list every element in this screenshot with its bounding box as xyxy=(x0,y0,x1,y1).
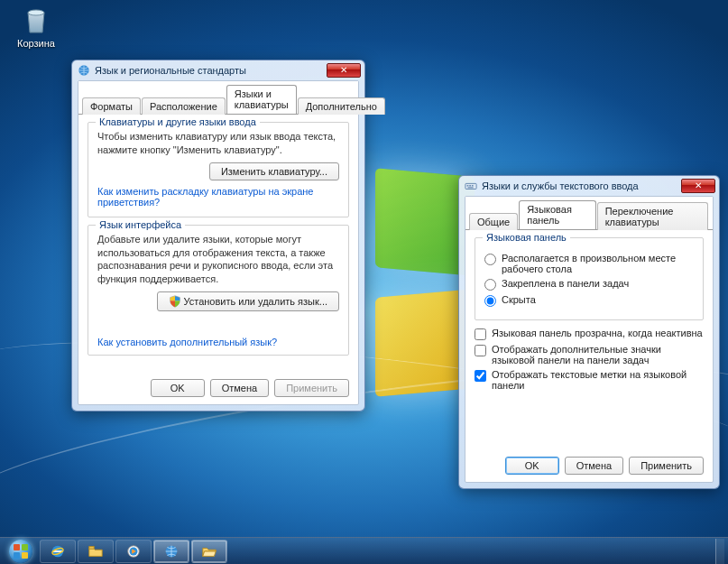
checkbox-show-additional-icons[interactable]: Отображать дополнительные значки языково… xyxy=(475,344,704,365)
window-title: Языки и службы текстового ввода xyxy=(482,180,681,191)
radio-input[interactable] xyxy=(484,279,496,291)
svg-rect-9 xyxy=(89,546,94,549)
tab-keyboard-switching[interactable]: Переключение клавиатуры xyxy=(597,202,708,230)
link-install-additional-language[interactable]: Как установить дополнительный язык? xyxy=(97,337,277,347)
svg-rect-3 xyxy=(467,185,469,186)
change-keyboard-button[interactable]: Изменить клавиатуру... xyxy=(209,162,339,180)
wmp-icon xyxy=(125,543,142,559)
taskbar-item-internet-explorer[interactable] xyxy=(40,540,76,563)
taskbar-item-open-folder[interactable] xyxy=(191,540,227,563)
checkbox-label: Отображать текстовые метки на языковой п… xyxy=(492,369,704,391)
tab-language-bar[interactable]: Языковая панель xyxy=(519,200,595,229)
close-button[interactable]: ✕ xyxy=(681,179,715,193)
window-title: Язык и региональные стандарты xyxy=(95,65,327,76)
apply-button[interactable]: Применить xyxy=(274,379,349,397)
tab-advanced[interactable]: Дополнительно xyxy=(298,97,385,115)
close-button[interactable]: ✕ xyxy=(327,63,361,78)
radio-label: Закреплена в панели задач xyxy=(502,278,629,289)
button-label: Установить или удалить язык... xyxy=(184,296,328,307)
taskbar-item-media-player[interactable] xyxy=(115,540,152,563)
checkbox-input[interactable] xyxy=(475,370,486,382)
tab-formats[interactable]: Форматы xyxy=(82,97,141,115)
checkbox-show-text-labels[interactable]: Отображать текстовые метки на языковой п… xyxy=(475,369,704,391)
window-region-language[interactable]: Язык и региональные стандарты ✕ Форматы … xyxy=(71,60,365,411)
window-text-input-services[interactable]: Языки и службы текстового ввода ✕ Общие … xyxy=(458,175,720,489)
ok-button[interactable]: OK xyxy=(505,457,559,475)
group-description: Добавьте или удалите языки, которые могу… xyxy=(97,233,339,286)
radio-floating[interactable]: Располагается в произвольном месте рабоч… xyxy=(484,253,694,274)
globe-icon xyxy=(78,64,90,77)
group-title: Языковая панель xyxy=(483,232,570,243)
titlebar[interactable]: Языки и службы текстового ввода ✕ xyxy=(459,176,719,196)
radio-input[interactable] xyxy=(484,254,496,265)
checkbox-input[interactable] xyxy=(475,345,486,356)
radio-docked-taskbar[interactable]: Закреплена в панели задач xyxy=(484,278,694,291)
taskbar[interactable] xyxy=(0,537,728,564)
tabstrip: Форматы Расположение Языки и клавиатуры … xyxy=(78,81,358,114)
checkbox-label: Отображать дополнительные значки языково… xyxy=(492,344,704,365)
tab-keyboards-and-languages[interactable]: Языки и клавиатуры xyxy=(226,85,297,114)
group-title: Клавиатуры и другие языки ввода xyxy=(96,116,260,127)
taskbar-item-region-language[interactable] xyxy=(153,540,189,563)
desktop-icon-label: Корзина xyxy=(9,38,63,49)
folder-icon xyxy=(88,543,104,559)
tab-content: Языковая панель Располагается в произвол… xyxy=(465,229,713,449)
group-keyboards: Клавиатуры и другие языки ввода Чтобы из… xyxy=(88,122,349,217)
taskbar-item-file-explorer[interactable] xyxy=(78,540,114,563)
globe-icon xyxy=(163,543,180,559)
checkbox-label: Языковая панель прозрачна, когда неактив… xyxy=(492,328,703,338)
ie-icon xyxy=(50,543,66,559)
group-title: Язык интерфейса xyxy=(96,219,185,230)
radio-label: Скрыта xyxy=(502,294,536,305)
apply-button[interactable]: Применить xyxy=(629,457,704,475)
svg-rect-4 xyxy=(469,185,471,186)
radio-hidden[interactable]: Скрыта xyxy=(484,294,694,307)
start-button[interactable] xyxy=(4,539,38,564)
checkbox-transparent-when-inactive[interactable]: Языковая панель прозрачна, когда неактив… xyxy=(475,328,704,340)
folder-open-icon xyxy=(201,543,217,559)
recycle-bin-icon xyxy=(20,4,52,36)
titlebar[interactable]: Язык и региональные стандарты ✕ xyxy=(72,60,364,80)
uac-shield-icon xyxy=(169,295,181,308)
checkbox-input[interactable] xyxy=(475,328,486,340)
ok-button[interactable]: OK xyxy=(151,379,205,397)
radio-input[interactable] xyxy=(484,295,496,307)
group-language-bar: Языковая панель Располагается в произвол… xyxy=(475,237,704,320)
tab-location[interactable]: Расположение xyxy=(142,97,226,115)
tabstrip: Общие Языковая панель Переключение клави… xyxy=(465,197,713,229)
desktop-icon-recycle-bin[interactable]: Корзина xyxy=(9,4,63,49)
keyboard-icon xyxy=(465,180,477,192)
cancel-button[interactable]: Отмена xyxy=(565,457,623,475)
install-uninstall-language-button[interactable]: Установить или удалить язык... xyxy=(157,291,340,311)
radio-label: Располагается в произвольном месте рабоч… xyxy=(502,253,694,274)
dialog-button-row: OK Отмена Применить xyxy=(78,372,358,404)
group-description: Чтобы изменить клавиатуру или язык ввода… xyxy=(97,130,339,157)
tab-content: Клавиатуры и другие языки ввода Чтобы из… xyxy=(78,114,358,372)
show-desktop-button[interactable] xyxy=(715,539,724,564)
link-welcome-screen-layout[interactable]: Как изменить раскладку клавиатуры на экр… xyxy=(97,186,313,208)
group-display-language: Язык интерфейса Добавьте или удалите язы… xyxy=(88,225,349,356)
svg-point-0 xyxy=(28,10,44,15)
tab-general[interactable]: Общие xyxy=(469,213,518,230)
svg-rect-6 xyxy=(468,187,474,188)
dialog-button-row: OK Отмена Применить xyxy=(465,449,713,482)
cancel-button[interactable]: Отмена xyxy=(210,379,269,397)
svg-rect-5 xyxy=(472,185,474,186)
